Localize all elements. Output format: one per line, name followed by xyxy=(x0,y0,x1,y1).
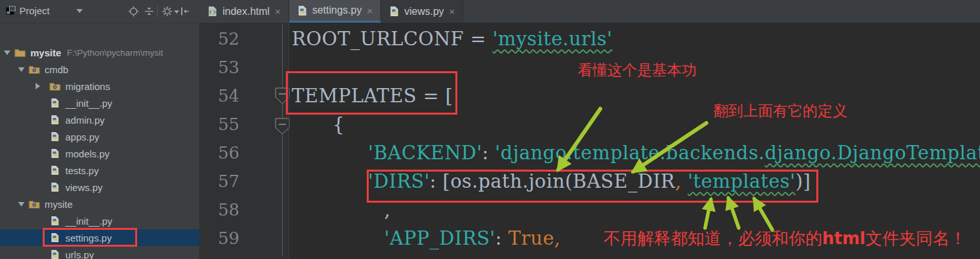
tree-item-label: settings.py xyxy=(65,232,112,243)
collapse-all-icon[interactable] xyxy=(144,6,155,17)
tree-item-label: __init__.py xyxy=(65,216,113,227)
tree-item-label: mysite xyxy=(30,47,61,58)
tree-item-label: tests.py xyxy=(65,165,99,176)
tree-item-views-py[interactable]: views.py xyxy=(0,179,199,196)
tree-item-label: models.py xyxy=(65,148,109,159)
code-token: True, xyxy=(508,227,561,249)
tab-label: settings.py xyxy=(312,5,362,16)
python-file-icon xyxy=(49,115,61,125)
package-folder-icon xyxy=(49,81,61,91)
line-number: 55 xyxy=(206,110,239,139)
code-token: django.DjangoTemplates' xyxy=(765,142,980,164)
project-tool-window-icon xyxy=(5,6,16,17)
code-line-57: 'DIRS': [os.path.join(BASE_DIR, 'templat… xyxy=(289,167,980,196)
close-icon[interactable]: × xyxy=(275,6,281,17)
annotation-note-2: 翻到上面有它的定义 xyxy=(713,101,847,121)
tree-item-mysite-pkg[interactable]: mysite xyxy=(0,196,199,212)
package-folder-icon xyxy=(28,64,40,74)
python-file-icon xyxy=(49,182,61,192)
chevron-down-icon[interactable] xyxy=(76,9,83,16)
chevron-down-icon[interactable] xyxy=(18,202,25,210)
html-file-icon xyxy=(207,6,218,17)
code-token: { xyxy=(332,113,345,135)
tree-item-apps-py[interactable]: apps.py xyxy=(0,128,199,145)
tree-item-cmdb[interactable]: cmdb xyxy=(0,61,199,78)
line-number: 57 xyxy=(206,167,239,196)
python-file-icon xyxy=(49,98,61,108)
pycharm-window: Project xyxy=(0,0,980,259)
project-tree: mysite F:\Python\pycharm\mysit cmdb migr… xyxy=(0,23,199,259)
code-line-52: ROOT_URLCONF = 'mysite.urls' xyxy=(289,25,980,53)
python-file-icon xyxy=(49,148,61,159)
code-token: )] xyxy=(796,170,811,192)
tab-views-py[interactable]: views.py × xyxy=(381,0,463,23)
annotation-note-1: 看懂这个是基本功 xyxy=(578,60,697,80)
tree-item-label: cmdb xyxy=(45,64,69,75)
tree-item-migrations[interactable]: migrations xyxy=(0,78,199,95)
code-token: 'APP_DIRS' xyxy=(384,227,495,249)
package-folder-icon xyxy=(28,199,40,209)
tree-item-label: migrations xyxy=(65,81,110,92)
line-number: 58 xyxy=(206,196,239,224)
project-panel: Project xyxy=(0,0,200,259)
code-editor[interactable]: 52 53 54 55 56 57 58 59 ROOT_URLCONF = '… xyxy=(199,23,980,259)
chevron-down-icon[interactable] xyxy=(18,67,25,75)
code-line-55: { xyxy=(289,110,980,139)
gear-icon[interactable] xyxy=(162,6,173,17)
python-file-icon xyxy=(389,6,400,17)
fold-guide-line xyxy=(282,25,283,256)
code-line-58: , xyxy=(289,196,980,224)
code-line-56: 'BACKEND': 'django.template.backends.dja… xyxy=(289,139,980,167)
line-number: 53 xyxy=(206,53,239,82)
line-number: 59 xyxy=(206,224,239,253)
tree-item-admin-py[interactable]: admin.py xyxy=(0,111,199,128)
code-line-54: TEMPLATES = [ xyxy=(289,82,980,110)
tree-item-label: views.py xyxy=(65,182,103,193)
tree-item-init-py[interactable]: __init__.py xyxy=(0,95,199,111)
code-token: , xyxy=(675,170,688,192)
locate-icon[interactable] xyxy=(128,6,139,17)
code-token: 'DIRS' xyxy=(368,170,430,192)
gear-dropdown-caret-icon[interactable] xyxy=(174,10,179,16)
python-file-icon xyxy=(49,249,61,259)
code-token: : xyxy=(482,142,495,164)
line-number: 52 xyxy=(206,25,239,53)
tree-item-label: admin.py xyxy=(65,115,105,126)
tree-item-root-mysite[interactable]: mysite F:\Python\pycharm\mysit xyxy=(0,44,199,61)
line-number: 56 xyxy=(206,139,239,167)
tree-item-models-py[interactable]: models.py xyxy=(0,145,199,162)
tree-item-label: __init__.py xyxy=(65,98,113,109)
editor-tab-bar: index.html × settings.py × views.py × xyxy=(199,0,980,23)
python-file-icon xyxy=(297,5,308,16)
folder-icon xyxy=(14,47,26,58)
python-file-icon xyxy=(49,131,61,142)
close-icon[interactable]: × xyxy=(449,6,455,17)
tree-item-urls-py[interactable]: urls.py xyxy=(0,246,199,259)
code-token: 'django.template.backends. xyxy=(495,142,765,164)
tab-label: index.html xyxy=(223,6,270,17)
python-file-icon xyxy=(49,165,61,175)
tree-item-label: mysite xyxy=(45,199,72,210)
python-file-icon xyxy=(49,216,61,226)
hide-panel-icon[interactable] xyxy=(179,6,190,17)
project-panel-title: Project xyxy=(19,5,50,16)
code-token: , xyxy=(384,199,391,221)
code-token: : xyxy=(495,227,508,249)
code-token: 'BACKEND' xyxy=(368,142,482,164)
tab-index-html[interactable]: index.html × xyxy=(199,0,289,23)
code-token: 'mysite.urls' xyxy=(492,28,612,50)
code-token: ROOT_URLCONF = xyxy=(292,28,492,50)
python-file-icon xyxy=(49,232,61,243)
tree-item-tests-py[interactable]: tests.py xyxy=(0,162,199,179)
chevron-right-icon[interactable] xyxy=(36,83,43,89)
tree-item-settings-py[interactable]: settings.py xyxy=(0,229,199,246)
tab-settings-py[interactable]: settings.py × xyxy=(289,0,381,23)
code-token: 'templates' xyxy=(688,170,796,192)
tree-item-init2-py[interactable]: __init__.py xyxy=(0,212,199,229)
close-icon[interactable]: × xyxy=(367,5,373,16)
code-token: TEMPLATES = [ xyxy=(292,85,453,107)
code-surface[interactable]: ROOT_URLCONF = 'mysite.urls' TEMPLATES =… xyxy=(289,23,980,259)
tree-item-label: apps.py xyxy=(65,131,100,142)
tree-root-path: F:\Python\pycharm\mysit xyxy=(67,48,164,58)
chevron-down-icon[interactable] xyxy=(4,51,10,58)
